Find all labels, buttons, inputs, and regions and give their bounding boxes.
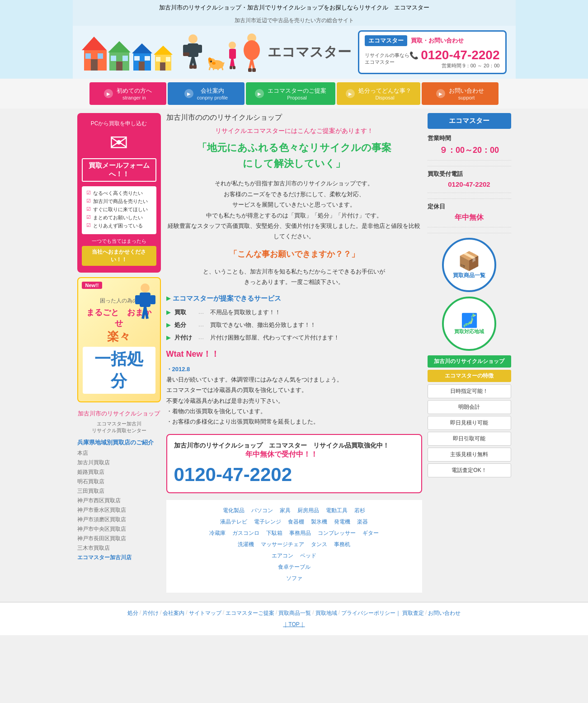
mail-list-item-2: 加古川で商品を売りたい: [86, 198, 152, 205]
kaitori-circle[interactable]: 📦 買取商品一覧: [442, 238, 496, 292]
product-bed[interactable]: ベッド: [300, 552, 316, 560]
product-pc[interactable]: パソコン: [251, 507, 273, 514]
footer-link-0[interactable]: 処分: [127, 609, 138, 617]
mail-cta[interactable]: 当社へおまかせください！！: [82, 246, 156, 266]
product-massage[interactable]: マッサージチェア: [261, 541, 304, 548]
area-link-bottom[interactable]: エコマスター加古川店: [77, 553, 161, 562]
svg-rect-3: [85, 53, 91, 59]
footer-link-2[interactable]: 会社案内: [163, 609, 184, 617]
svg-point-38: [229, 42, 236, 49]
tagline1: 加古川市のリサイクルショップ・加古川でリサイクルショップをお探しならリサイクル …: [73, 0, 516, 15]
feature-btn-0[interactable]: 日時指定可能！: [428, 384, 511, 398]
area-link-5[interactable]: 神戸市西区買取店: [77, 496, 161, 505]
tel-value: 0120-47-2202: [428, 180, 511, 188]
ikkatsu-box[interactable]: New!! 困った人の為の まるごと おまかせ 楽々: [77, 277, 161, 402]
product-stove[interactable]: ガスコンロ: [232, 529, 259, 537]
footer-link-5[interactable]: 買取商品一覧: [278, 609, 311, 617]
child-icon: [225, 40, 240, 71]
separator-3: [428, 233, 511, 233]
products-row-6: ソファ: [173, 575, 415, 582]
product-waka[interactable]: 若杉: [354, 507, 365, 514]
footer-top-link[interactable]: ｜TOP｜: [283, 621, 305, 628]
svg-rect-12: [139, 61, 145, 71]
area-link-2[interactable]: 姫路買取店: [77, 468, 161, 477]
svg-rect-54: [135, 295, 141, 304]
feature-btn-4[interactable]: 主張見積り無料: [428, 448, 511, 462]
product-washer[interactable]: 洗濯機: [238, 541, 254, 548]
nav-item-shobun[interactable]: ▶ 処分ってどんな事？ Disposal: [337, 82, 420, 105]
nav-item-kaisha[interactable]: ▶ 会社案内 conpny profile: [168, 82, 245, 105]
product-jimutsukue[interactable]: 事務机: [334, 541, 350, 548]
footer-link-4[interactable]: エコマスターご提案: [226, 609, 274, 617]
logo-section: エコマスター: [82, 32, 351, 73]
footer-link-6[interactable]: 買取地域: [315, 609, 337, 617]
product-dishes[interactable]: 食器棚: [288, 518, 304, 526]
rakuraku-label: 楽々: [83, 329, 155, 344]
nav-item-teian[interactable]: ▶ エコマスターのご提案 Proposal: [246, 82, 335, 105]
ikkatsu-man-icon: [133, 283, 158, 328]
product-microwave[interactable]: 電子レンジ: [254, 518, 281, 526]
area-link-9[interactable]: 神戸市長田区買取店: [77, 534, 161, 543]
product-denka[interactable]: 電化製品: [223, 507, 245, 514]
svg-rect-2: [91, 59, 98, 71]
area-link-3[interactable]: 明石買取店: [77, 477, 161, 486]
product-geta[interactable]: 下駄箱: [266, 529, 282, 537]
feature-btn-5[interactable]: 電話査定OK！: [428, 463, 511, 477]
feature-btn-2[interactable]: 即日見積り可能: [428, 416, 511, 430]
product-kagu[interactable]: 家具: [280, 507, 291, 514]
area-link-10[interactable]: 三木市買取店: [77, 544, 161, 552]
footer-link-7[interactable]: プライバシーポリシー｜: [341, 609, 401, 617]
product-shokutaku[interactable]: 食卓テーブル: [278, 563, 310, 571]
svg-line-34: [209, 67, 210, 70]
feature-btn-3[interactable]: 即日引取可能: [428, 432, 511, 446]
product-icemaker[interactable]: 製氷機: [311, 518, 327, 526]
orange-question: 「こんな事お願いできますか？？」: [166, 249, 422, 259]
feature-buttons: 日時指定可能！ 明朗会計 即日見積り可能 即日引取可能 主張見積り無料 電話査定…: [428, 384, 511, 477]
product-generator[interactable]: 発電機: [334, 518, 350, 526]
nav-item-hajimete[interactable]: ▶ 初めての方へ stranger in: [89, 82, 166, 105]
contact-label: 買取・お問い合わせ: [411, 37, 464, 45]
feature-btn-1[interactable]: 明朗会計: [428, 400, 511, 414]
area-link-1[interactable]: 加古川買取店: [77, 458, 161, 467]
footer-link-8[interactable]: 買取査定: [402, 609, 424, 617]
product-chuboyohin[interactable]: 厨房用品: [297, 507, 319, 514]
ecomaster-sub: エコマスター: [365, 59, 409, 66]
product-sofa[interactable]: ソファ: [286, 575, 302, 582]
area-intro: 兵庫県地域別買取店のご紹介: [77, 439, 161, 447]
tel-label: 買取受付電話: [428, 170, 511, 178]
svg-rect-4: [98, 53, 103, 59]
nav-sub-2: conpny profile: [197, 95, 228, 100]
hours-range: 営業時間 9：00 ～ 20：00: [409, 62, 499, 69]
product-fridge[interactable]: 冷蔵庫: [209, 529, 226, 537]
product-aircon[interactable]: エアコン: [272, 552, 293, 560]
product-guitar[interactable]: ギター: [362, 529, 379, 537]
svg-rect-49: [252, 68, 256, 72]
area-link-4[interactable]: 三田買取店: [77, 487, 161, 495]
product-tansu[interactable]: タンス: [311, 541, 327, 548]
shop-name-link[interactable]: 加古川市のリサイクルショップ: [77, 409, 161, 418]
holiday-section: 定休日 年中無休: [428, 203, 511, 227]
footer-link-3[interactable]: サイトマップ: [189, 609, 221, 617]
nav-item-support[interactable]: ▶ お問い合わせ support: [422, 82, 499, 105]
play-icon-5: ▶: [436, 89, 445, 98]
area-link-6[interactable]: 神戸市垂水区買取店: [77, 506, 161, 514]
nav-sub-5: support: [449, 95, 484, 100]
footer-link-1[interactable]: 片付け: [142, 609, 159, 617]
characters-illustration: [179, 32, 263, 73]
chiiki-circle[interactable]: 🗾 買取対応地域: [442, 297, 496, 351]
area-link-7[interactable]: 神戸市須磨区買取店: [77, 515, 161, 524]
footer-top: ｜TOP｜: [7, 621, 581, 628]
area-link-0[interactable]: 本店: [77, 449, 161, 458]
mail-pc-label: PCから買取を申し込む: [82, 120, 156, 127]
product-jimu[interactable]: 事務用品: [289, 529, 311, 537]
mail-btn[interactable]: 買取メールフォームへ！！: [82, 158, 156, 182]
nav-label-3: エコマスターのご提案: [268, 87, 326, 95]
product-lcd[interactable]: 液晶テレビ: [220, 518, 247, 526]
footer-link-9[interactable]: お問い合わせ: [428, 609, 461, 617]
svg-rect-23: [183, 52, 189, 56]
product-dendokogu[interactable]: 電動工具: [326, 507, 348, 514]
product-compressor[interactable]: コンプレッサー: [318, 529, 356, 537]
product-instrument[interactable]: 楽器: [357, 518, 368, 526]
area-link-8[interactable]: 神戸市中央区買取店: [77, 525, 161, 533]
hours-value: ９：00～20：00: [428, 145, 511, 156]
